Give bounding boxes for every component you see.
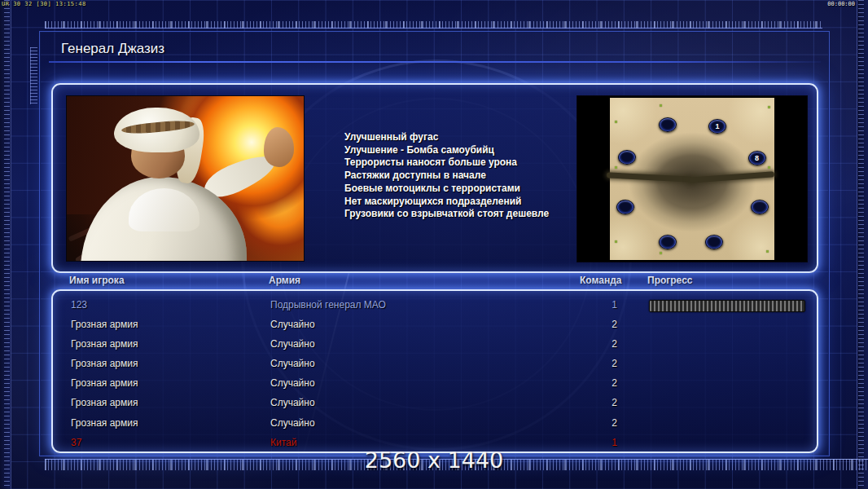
start-position-marker (659, 117, 677, 132)
column-header-army: Армия (269, 275, 300, 286)
map-dot (615, 240, 617, 243)
column-header-team: Команда (580, 275, 621, 286)
start-position-marker (618, 150, 636, 165)
player-team: 2 (588, 397, 641, 408)
player-team: 2 (588, 338, 641, 350)
player-name: Грозная армия (71, 319, 138, 330)
player-team: 2 (588, 319, 641, 330)
player-name: Грозная армия (71, 397, 138, 408)
ruler-ticks (858, 0, 864, 489)
map-river (607, 172, 692, 182)
map-preview: 18 (610, 98, 774, 260)
title-divider (49, 61, 821, 63)
general-info-panel: Улучшенный фугасУлучшение - Бомба самоуб… (51, 83, 818, 273)
page-title: Генерал Джазиз (61, 41, 164, 57)
table-row: Грозная армияСлучайно2 (55, 316, 815, 336)
player-name: Грозная армия (71, 377, 138, 389)
ruler-ticks (4, 0, 10, 489)
table-row: Грозная армияСлучайно2 (55, 355, 815, 375)
bonus-line: Нет маскирующихся подразделений (344, 196, 549, 209)
player-name: Грозная армия (71, 338, 138, 350)
map-river (689, 171, 774, 183)
map-dot (768, 166, 770, 169)
map-dot (615, 166, 617, 169)
player-team: 1 (588, 299, 641, 311)
mini-ruler (30, 47, 37, 104)
bonus-line: Боевые мотоциклы с террористами (344, 183, 549, 196)
map-dot (660, 252, 662, 254)
column-header-player-name: Имя игрока (69, 275, 125, 286)
table-row: Грозная армияСлучайно2 (55, 415, 815, 434)
map-dot (615, 121, 617, 123)
bonus-line: Улучшенный фугас (344, 131, 549, 144)
player-team: 2 (588, 377, 641, 389)
player-army: Случайно (270, 397, 315, 408)
player-army: Случайно (270, 338, 315, 350)
player-team: 2 (588, 417, 641, 429)
game-clock: 00:00:00 (827, 1, 855, 7)
bonus-list: Улучшенный фугасУлучшение - Бомба самоуб… (344, 131, 549, 221)
player-progress-cell (649, 359, 804, 369)
player-army: Случайно (270, 358, 315, 369)
loading-screen: UR 30 32 [30] 13:15:48 00:00:00 Генерал … (0, 0, 868, 489)
general-portrait (66, 95, 305, 262)
bonus-line: Террористы наносят больше урона (344, 156, 549, 170)
player-army: Китай (270, 437, 296, 448)
player-progress-cell (649, 438, 804, 448)
start-position-marker (659, 235, 677, 249)
player-name: 123 (71, 299, 87, 311)
start-position-marker (705, 235, 723, 249)
table-row: 123Подрывной генерал МАО1 (55, 297, 815, 316)
player-rows: 123Подрывной генерал МАО1Грозная армияСл… (55, 293, 815, 454)
start-position-marker: 1 (708, 119, 726, 134)
table-row: Грозная армияСлучайно2 (55, 336, 815, 355)
player-list-panel: 123Подрывной генерал МАО1Грозная армияСл… (51, 289, 818, 453)
bonus-line: Растяжки доступны в начале (344, 170, 549, 183)
player-progress-cell (649, 418, 804, 429)
player-army: Случайно (270, 319, 315, 330)
portrait-hand (264, 127, 295, 166)
table-row: Грозная армияСлучайно2 (55, 375, 815, 394)
column-header-progress: Прогресс (647, 275, 692, 286)
player-army: Подрывной генерал МАО (270, 299, 386, 311)
player-name: Грозная армия (71, 358, 138, 369)
player-progress-cell (649, 339, 804, 350)
map-dot (660, 104, 662, 107)
player-team: 2 (588, 358, 641, 369)
top-tick-band (45, 21, 822, 29)
debug-counter-text: UR 30 32 [30] 13:15:48 (2, 1, 86, 7)
table-row: Грозная армияСлучайно2 (55, 394, 815, 414)
player-name: Грозная армия (71, 417, 138, 429)
player-progress-cell (649, 300, 804, 311)
player-team: 1 (588, 437, 641, 448)
right-ruler-strip (857, 0, 868, 489)
resolution-text: 2560 x 1440 (0, 447, 868, 473)
player-progress-cell (649, 378, 804, 389)
progress-bar (649, 300, 805, 312)
map-dot (766, 250, 769, 253)
start-position-marker: 8 (748, 151, 766, 165)
player-army: Случайно (270, 417, 315, 429)
bonus-line: Улучшение - Бомба самоубийц (344, 144, 549, 157)
bonus-line: Грузовики со взрывчаткой стоят дешевле (344, 208, 549, 221)
left-ruler-strip (0, 0, 11, 489)
player-army: Случайно (270, 377, 315, 389)
start-position-marker (751, 200, 769, 214)
start-position-marker (616, 200, 634, 214)
map-dot (768, 106, 770, 108)
player-progress-cell (649, 398, 804, 408)
player-progress-cell (649, 319, 804, 330)
player-name: 37 (71, 437, 81, 448)
map-preview-box: 18 (576, 95, 808, 262)
